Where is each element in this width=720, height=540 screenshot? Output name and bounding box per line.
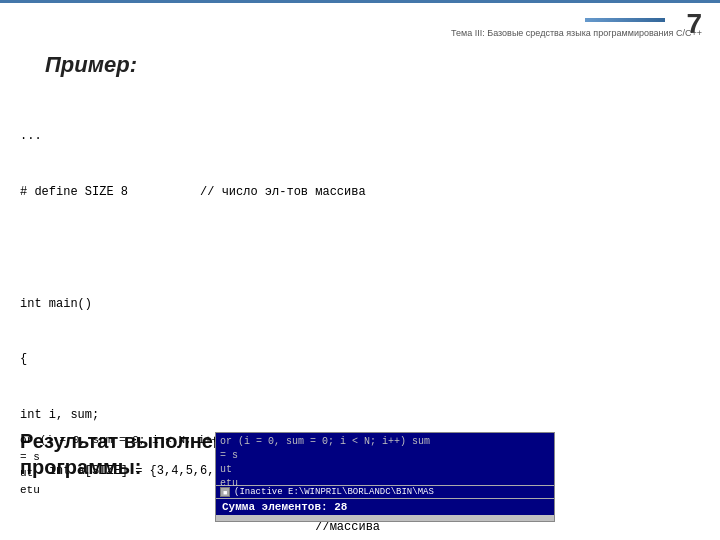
code-line-4: int main() — [20, 295, 700, 314]
accent-bar — [585, 18, 665, 22]
window-icon: ■ — [220, 487, 230, 497]
terminal-title: (Inactive E:\WINPRIL\BORLANDC\BIN\MAS — [234, 487, 434, 497]
top-decorative-line — [0, 0, 720, 3]
code-line-1: ... — [20, 127, 700, 146]
behind-line-1: or (i = 0, sum = 0; i < N; i++) sum — [20, 432, 220, 449]
topic-header: Тема III: Базовые средства языка програм… — [451, 28, 702, 38]
terminal-line-3: ut — [220, 463, 550, 477]
terminal-preview: or (i = 0, sum = 0; i < N; i++) sum = s … — [215, 432, 555, 522]
behind-code-preview: or (i = 0, sum = 0; i < N; i++) sum = s … — [20, 432, 220, 522]
code-line-2: # define SIZE 8 // число эл-тов массива — [20, 183, 700, 202]
behind-line-4: etu — [20, 482, 220, 499]
code-line-3 — [20, 239, 700, 258]
code-line-6: int i, sum; — [20, 406, 700, 425]
terminal-line-2: = s — [220, 449, 550, 463]
behind-line-2: = s — [20, 449, 220, 466]
terminal-result: Сумма элементов: 28 — [216, 499, 554, 515]
section-title: Пример: — [45, 52, 137, 78]
behind-line-3: ut — [20, 465, 220, 482]
terminal-line-1: or (i = 0, sum = 0; i < N; i++) sum — [220, 435, 550, 449]
terminal-active-bar: ■ (Inactive E:\WINPRIL\BORLANDC\BIN\MAS — [216, 485, 554, 499]
code-line-5: { — [20, 350, 700, 369]
terminal-bg: or (i = 0, sum = 0; i < N; i++) sum = s … — [216, 433, 554, 485]
